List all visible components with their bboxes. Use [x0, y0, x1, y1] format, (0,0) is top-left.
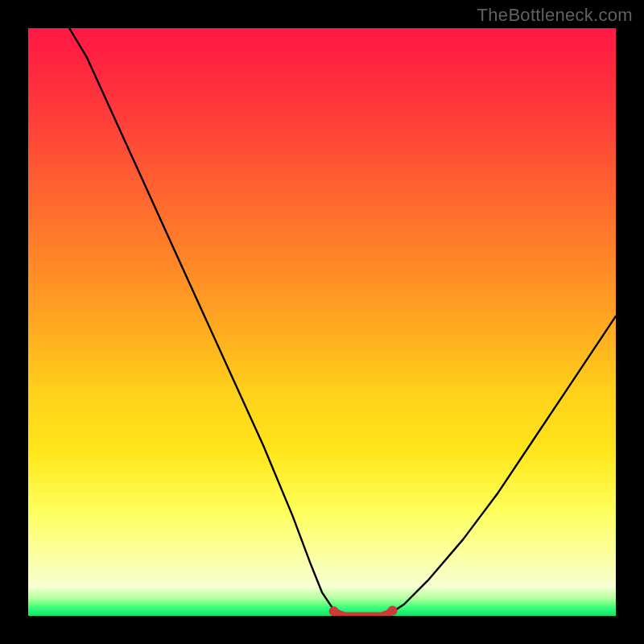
optimal-range-marker: [334, 610, 393, 616]
marker-group: [329, 605, 398, 616]
optimal-range-endpoint: [329, 606, 339, 616]
plot-area: [28, 28, 616, 616]
bottleneck-curve: [69, 28, 616, 616]
curve-group: [69, 28, 616, 616]
chart-container: TheBottleneck.com: [0, 0, 644, 644]
optimal-range-endpoint: [388, 605, 398, 615]
watermark-text: TheBottleneck.com: [477, 5, 633, 26]
curve-svg: [28, 28, 616, 616]
